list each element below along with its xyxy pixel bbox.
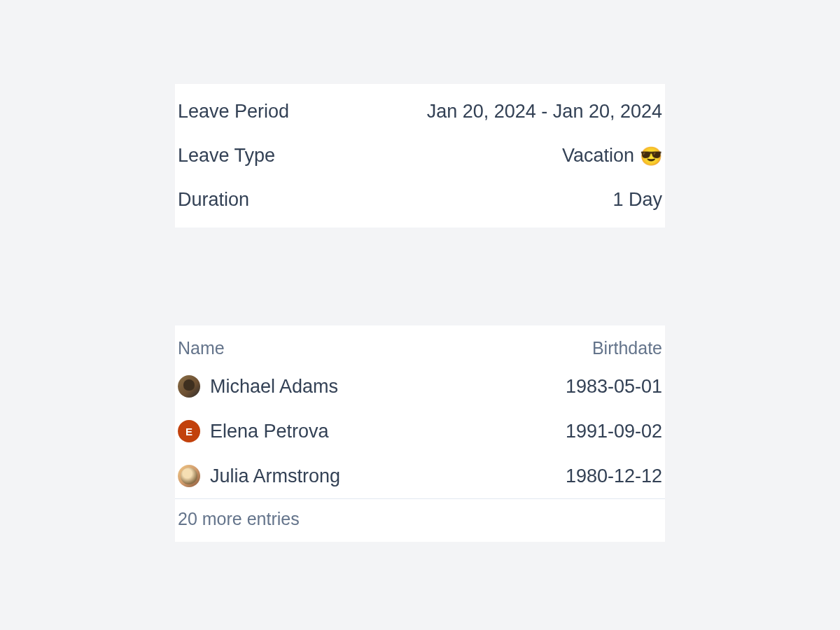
person-name: Michael Adams <box>210 376 338 398</box>
person-cell: E Elena Petrova <box>178 420 329 442</box>
avatar <box>178 375 200 398</box>
sunglasses-emoji-icon: 😎 <box>640 147 662 165</box>
person-birthdate: 1980-12-12 <box>566 465 662 487</box>
avatar <box>178 465 200 487</box>
person-birthdate: 1991-09-02 <box>566 421 662 442</box>
person-cell: Julia Armstrong <box>178 465 340 487</box>
table-header: Name Birthdate <box>175 326 665 364</box>
leave-period-label: Leave Period <box>178 101 289 122</box>
duration-row: Duration 1 Day <box>175 178 665 222</box>
leave-type-value: Vacation 😎 <box>562 145 662 167</box>
avatar: E <box>178 420 200 442</box>
table-row[interactable]: E Elena Petrova 1991-09-02 <box>175 409 665 454</box>
table-row[interactable]: Michael Adams 1983-05-01 <box>175 364 665 409</box>
leave-type-row: Leave Type Vacation 😎 <box>175 134 665 178</box>
duration-label: Duration <box>178 189 249 211</box>
more-entries-link[interactable]: 20 more entries <box>175 499 665 542</box>
person-name: Julia Armstrong <box>210 465 340 487</box>
duration-value: 1 Day <box>612 189 662 211</box>
people-table-panel: Name Birthdate Michael Adams 1983-05-01 … <box>175 326 665 542</box>
leave-details-panel: Leave Period Jan 20, 2024 - Jan 20, 2024… <box>175 84 665 227</box>
column-header-birthdate: Birthdate <box>592 338 662 358</box>
leave-type-text: Vacation <box>562 145 634 167</box>
person-name: Elena Petrova <box>210 421 329 442</box>
person-cell: Michael Adams <box>178 375 338 398</box>
person-birthdate: 1983-05-01 <box>566 376 662 398</box>
leave-type-label: Leave Type <box>178 145 275 167</box>
leave-period-row: Leave Period Jan 20, 2024 - Jan 20, 2024 <box>175 90 665 134</box>
column-header-name: Name <box>178 338 225 358</box>
leave-period-value: Jan 20, 2024 - Jan 20, 2024 <box>427 101 662 122</box>
table-row[interactable]: Julia Armstrong 1980-12-12 <box>175 454 665 498</box>
